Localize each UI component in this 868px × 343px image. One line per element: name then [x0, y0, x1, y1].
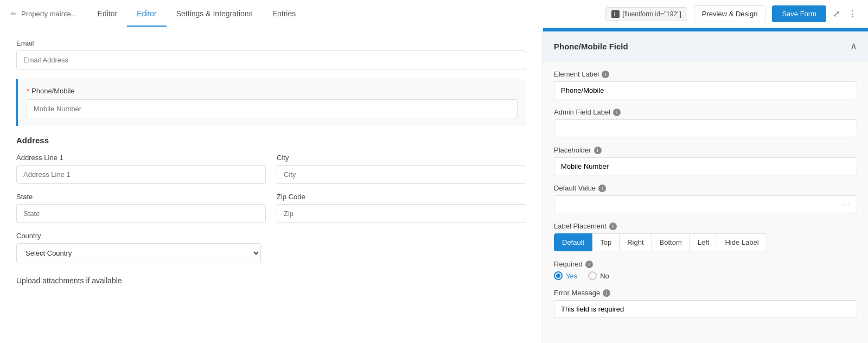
more-options-icon[interactable]: ⋮ [848, 9, 857, 19]
element-label-input[interactable] [554, 81, 857, 99]
state-label: State [16, 193, 266, 201]
main-layout: Email * Phone/Mobile Address Address Lin… [0, 28, 868, 343]
placement-top-btn[interactable]: Top [592, 233, 620, 251]
required-no-label: No [600, 272, 609, 280]
placement-buttons: Default Top Right Bottom Left Hide Label [554, 233, 857, 251]
required-no-option[interactable]: No [588, 271, 609, 280]
tab-editor[interactable]: Editor [88, 2, 127, 27]
phone-input[interactable] [27, 99, 518, 118]
header-nav: Editor Editor Settings & Integrations En… [88, 2, 306, 27]
admin-field-info-icon[interactable]: i [613, 109, 621, 116]
country-select[interactable]: Select Country [16, 243, 261, 263]
required-row: Required i Yes No [554, 260, 857, 280]
city-input[interactable] [277, 165, 526, 184]
phone-label-text: Phone/Mobile [31, 87, 75, 95]
label-placement-info-icon[interactable]: i [609, 223, 617, 230]
placement-hide-btn[interactable]: Hide Label [717, 233, 767, 251]
header: ✏ Property mainte... Editor Editor Setti… [0, 0, 868, 28]
zip-label: Zip Code [277, 193, 526, 201]
element-label-info-icon[interactable]: i [602, 71, 609, 78]
settings-panel-title: Phone/Mobile Field [554, 42, 628, 51]
placeholder-input[interactable] [554, 157, 857, 175]
error-message-input[interactable] [554, 300, 857, 318]
email-field-group: Email [16, 39, 526, 69]
required-yes-label: Yes [566, 272, 577, 280]
required-no-radio[interactable] [588, 271, 597, 280]
admin-field-label-row: Admin Field Label i [554, 108, 857, 137]
error-message-label: Error Message i [554, 289, 857, 297]
default-value-dots: ··· [843, 200, 850, 208]
phone-label: * Phone/Mobile [27, 87, 518, 95]
pencil-icon: ✏ [11, 10, 17, 18]
tab-editor-active[interactable]: Editor [127, 2, 167, 27]
state-field: State [16, 193, 266, 223]
form-editor: Email * Phone/Mobile Address Address Lin… [0, 28, 542, 343]
address-line1-field: Address Line 1 [16, 154, 266, 184]
shortcode-box[interactable]: L [fluentform id="192"] [605, 7, 687, 21]
default-value-row: Default Value i ··· [554, 184, 857, 213]
address-line1-label: Address Line 1 [16, 154, 266, 162]
placeholder-row: Placeholder i [554, 146, 857, 175]
element-label-label: Element Label i [554, 70, 857, 78]
collapse-icon[interactable]: ∧ [850, 40, 857, 52]
required-yes-option[interactable]: Yes [554, 271, 577, 280]
shortcode-text: [fluentform id="192"] [623, 10, 681, 18]
breadcrumb[interactable]: Property mainte... [21, 10, 77, 18]
tab-entries[interactable]: Entries [263, 2, 306, 27]
admin-field-label-label: Admin Field Label i [554, 108, 857, 116]
header-right: L [fluentform id="192"] Preview & Design… [605, 5, 857, 22]
settings-panel: Phone/Mobile Field ∧ Element Label i Adm… [542, 28, 868, 343]
element-label-row: Element Label i [554, 70, 857, 99]
required-radio-group: Yes No [554, 271, 857, 280]
l-icon: L [611, 10, 619, 18]
placement-default-btn[interactable]: Default [554, 233, 592, 251]
settings-header: Phone/Mobile Field ∧ [543, 30, 868, 61]
zip-input[interactable] [277, 204, 526, 223]
email-label: Email [16, 39, 526, 47]
expand-icon[interactable]: ⤢ [833, 9, 840, 19]
default-value-info-icon[interactable]: i [598, 185, 606, 192]
tab-settings[interactable]: Settings & Integrations [167, 2, 263, 27]
country-label: Country [16, 232, 526, 240]
default-value-input[interactable]: ··· [554, 195, 857, 213]
settings-body: Element Label i Admin Field Label i Plac… [543, 61, 868, 327]
placement-bottom-btn[interactable]: Bottom [652, 233, 690, 251]
save-button[interactable]: Save Form [772, 5, 826, 22]
preview-button[interactable]: Preview & Design [694, 5, 766, 22]
city-label: City [277, 154, 526, 162]
label-placement-row: Label Placement i Default Top Right Bott… [554, 222, 857, 251]
phone-field-container: * Phone/Mobile [16, 79, 526, 126]
required-star: * [27, 87, 29, 95]
required-label: Required i [554, 260, 857, 268]
address-section-title: Address [16, 136, 526, 145]
placeholder-label: Placeholder i [554, 146, 857, 154]
error-message-info-icon[interactable]: i [603, 289, 610, 297]
placeholder-info-icon[interactable]: i [594, 147, 602, 154]
address-line1-input[interactable] [16, 165, 266, 184]
country-field: Country Select Country [16, 232, 526, 263]
required-info-icon[interactable]: i [585, 261, 593, 268]
header-left: ✏ Property mainte... [11, 10, 77, 18]
state-input[interactable] [16, 204, 266, 223]
upload-label: Upload attachments if available [16, 276, 526, 285]
placement-left-btn[interactable]: Left [690, 233, 718, 251]
required-yes-radio[interactable] [554, 271, 563, 280]
label-placement-label: Label Placement i [554, 222, 857, 230]
default-value-label: Default Value i [554, 184, 857, 192]
placement-right-btn[interactable]: Right [619, 233, 652, 251]
error-message-row: Error Message i [554, 289, 857, 318]
city-field: City [277, 154, 526, 184]
email-input[interactable] [16, 50, 526, 69]
zip-field: Zip Code [277, 193, 526, 223]
admin-field-label-input[interactable] [554, 119, 857, 137]
address-section: Address Address Line 1 City State [16, 136, 526, 285]
address-grid: Address Line 1 City State Zip Code [16, 154, 526, 223]
